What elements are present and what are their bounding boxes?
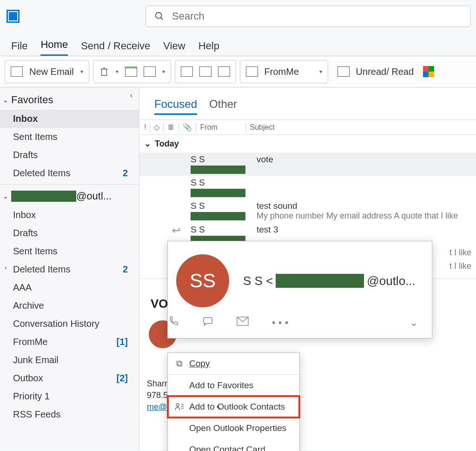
new-email-label: New Email <box>29 66 74 77</box>
menu-view[interactable]: View <box>163 40 185 56</box>
quicksteps-group[interactable]: FromMe ▾ <box>240 60 328 83</box>
search-input[interactable]: Search <box>145 6 471 27</box>
ctx-add-favorites[interactable]: Add to Favorites <box>168 375 299 396</box>
svg-rect-2 <box>101 69 106 76</box>
svg-point-0 <box>156 13 162 19</box>
outlook-logo-icon <box>7 10 20 23</box>
forward-icon <box>218 66 230 77</box>
ctx-add-outlook-contacts[interactable]: Add to Outlook Contacts ↖ <box>168 396 299 418</box>
title-bar: Search <box>0 0 476 33</box>
chevron-down-icon[interactable]: ▾ <box>319 68 322 75</box>
folder-pane: ‹ ⌄Favorites InboxSent ItemsDraftsDelete… <box>0 87 139 450</box>
contact-name: S S < @outlo... <box>243 274 416 288</box>
ctx-open-properties[interactable]: Open Outlook Properties <box>168 418 299 439</box>
new-email-button[interactable]: New Email ▾ <box>5 60 89 83</box>
contact-card: SS S S < @outlo... • • • ⌄ <box>167 241 432 338</box>
phone-icon[interactable] <box>168 316 179 330</box>
quickstep-label: FromMe <box>264 66 299 77</box>
folder-priority-1[interactable]: Priority 1 <box>0 387 139 405</box>
trash-icon <box>99 66 109 77</box>
inbox-tabs: Focused Other <box>139 87 476 120</box>
menu-help[interactable]: Help <box>198 40 219 56</box>
folder-conversation-history[interactable]: Conversation History <box>0 315 139 333</box>
envelope-open-icon <box>337 66 350 77</box>
ctx-fav-label: Add to Favorites <box>189 380 253 391</box>
chevron-down-icon[interactable]: ▾ <box>80 68 83 75</box>
folder-rss-feeds[interactable]: RSS Feeds <box>0 405 139 424</box>
folder-drafts[interactable]: Drafts <box>0 224 139 242</box>
folder-sent-items[interactable]: Sent Items <box>0 242 139 260</box>
note-icon[interactable]: 🗎 <box>167 123 175 132</box>
signature-email[interactable]: me@ <box>147 402 167 411</box>
mail-icon <box>11 66 23 77</box>
message-row[interactable]: S Stest soundMy phone number My email ad… <box>139 199 476 223</box>
folder-drafts[interactable]: Drafts <box>0 146 139 164</box>
folder-icon <box>246 66 258 77</box>
context-menu: ⧉ Copy Add to Favorites Add to Outlook C… <box>167 352 300 451</box>
categorize-icon[interactable] <box>423 66 434 77</box>
ctx-contacts-label: Add to Outlook Contacts <box>189 402 285 412</box>
unread-read-button[interactable]: Unread/ Read <box>332 60 420 83</box>
search-icon <box>154 11 165 21</box>
contact-name-prefix: S S < <box>243 274 273 288</box>
account-header[interactable]: ⌄ @outl... <box>0 186 139 206</box>
tab-focused[interactable]: Focused <box>154 98 197 115</box>
chat-icon[interactable] <box>202 316 213 330</box>
folder-sent-items[interactable]: Sent Items <box>0 128 139 146</box>
reply-icon <box>181 66 193 77</box>
copy-icon: ⧉ <box>174 358 185 369</box>
importance-icon[interactable]: ! <box>144 123 146 132</box>
move-icon <box>144 66 156 77</box>
svg-point-7 <box>176 404 179 406</box>
more-icon[interactable]: • • • <box>272 317 288 329</box>
group-today[interactable]: ⌄Today <box>139 135 476 153</box>
unread-read-label: Unread/ Read <box>356 66 414 77</box>
folder-outbox[interactable]: Outbox2 <box>0 369 139 387</box>
folder-archive[interactable]: Archive <box>0 297 139 315</box>
main-menu: File Home Send / Receive View Help <box>0 33 476 56</box>
message-row[interactable]: S Svote <box>139 153 476 176</box>
contact-name-suffix: @outlo... <box>367 274 415 288</box>
respond-group[interactable] <box>175 60 236 83</box>
ctx-copy-label: Copy <box>189 358 210 368</box>
folder-deleted-items[interactable]: ›Deleted Items2 <box>0 260 139 279</box>
delete-group[interactable]: ▾ ▾ <box>93 60 171 83</box>
divider <box>0 184 139 185</box>
folder-deleted-items[interactable]: Deleted Items2 <box>0 164 139 182</box>
message-row[interactable]: S S <box>139 176 476 199</box>
col-subject[interactable]: Subject <box>250 123 274 132</box>
redacted-email <box>11 191 76 202</box>
add-contact-icon <box>174 403 185 411</box>
menu-home[interactable]: Home <box>40 39 68 56</box>
collapse-pane-icon[interactable]: ‹ <box>130 91 132 99</box>
svg-line-1 <box>161 18 163 20</box>
folder-aaa[interactable]: AAA <box>0 279 139 297</box>
menu-send-receive[interactable]: Send / Receive <box>81 40 150 56</box>
reminder-icon[interactable]: ◇ <box>154 123 159 132</box>
tab-other[interactable]: Other <box>209 98 237 115</box>
expand-card-icon[interactable]: ⌄ <box>410 317 432 329</box>
archive-icon <box>125 66 137 77</box>
folder-inbox[interactable]: Inbox <box>0 206 139 224</box>
contact-avatar: SS <box>176 254 229 307</box>
ctx-copy[interactable]: ⧉ Copy <box>168 353 299 374</box>
attachment-icon[interactable]: 📎 <box>183 123 192 132</box>
ribbon: New Email ▾ ▾ ▾ FromMe ▾ Unread/ Read <box>0 56 476 87</box>
ctx-props-label: Open Outlook Properties <box>189 423 286 433</box>
chevron-down-icon[interactable]: ▾ <box>162 68 165 75</box>
menu-file[interactable]: File <box>11 40 27 56</box>
folder-inbox[interactable]: Inbox <box>0 110 139 128</box>
cursor-icon: ↖ <box>216 404 222 411</box>
reply-icon: ↩ <box>172 225 180 237</box>
reply-all-icon <box>199 66 212 77</box>
search-placeholder: Search <box>172 10 205 22</box>
ctx-open-contact-card[interactable]: Open Contact Card <box>168 439 299 451</box>
svg-rect-5 <box>204 318 212 324</box>
col-from[interactable]: From <box>200 123 242 132</box>
favorites-header[interactable]: ⌄Favorites <box>0 90 139 110</box>
folder-junk-email[interactable]: Junk Email <box>0 351 139 369</box>
group-label: Today <box>155 139 179 149</box>
chevron-down-icon[interactable]: ▾ <box>116 68 119 75</box>
folder-fromme[interactable]: FromMe1 <box>0 333 139 351</box>
mail-icon[interactable] <box>237 317 249 329</box>
